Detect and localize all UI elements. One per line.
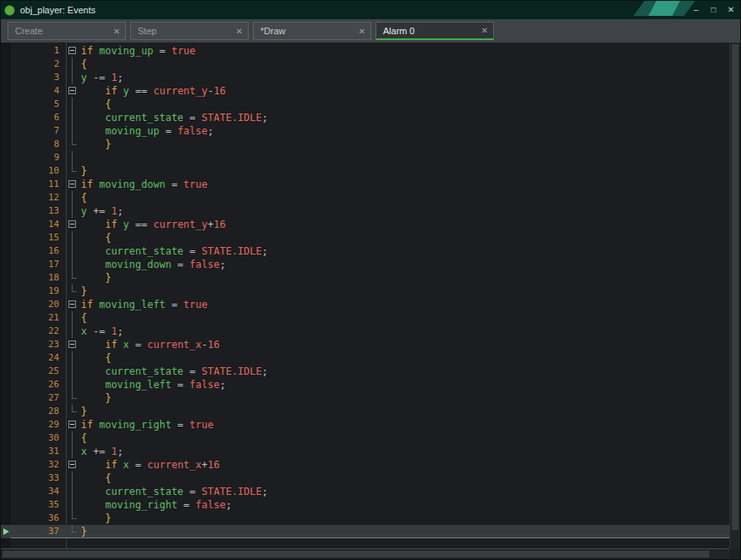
titlebar[interactable]: obj_player: Events – □ ✕: [1, 1, 740, 19]
code-line[interactable]: 7 moving_up = false;: [1, 124, 729, 138]
code-line[interactable]: 1if moving_up = true: [1, 44, 729, 58]
fold-toggle-icon[interactable]: [66, 84, 79, 98]
code-line[interactable]: 27 }: [1, 391, 729, 405]
code-line[interactable]: 18 }: [1, 271, 729, 285]
line-number[interactable]: 15: [11, 231, 66, 245]
code-text: }: [79, 285, 87, 298]
code-line[interactable]: 5 {: [1, 98, 729, 111]
code-line[interactable]: 16 current_state = STATE.IDLE;: [1, 245, 729, 258]
line-number[interactable]: 11: [11, 178, 66, 191]
code-line[interactable]: 22x -= 1;: [1, 325, 729, 338]
horizontal-scrollbar-thumb[interactable]: [3, 551, 709, 557]
code-line[interactable]: 35 moving_right = false;: [1, 498, 729, 512]
code-line[interactable]: 13y += 1;: [1, 204, 729, 218]
line-number[interactable]: 21: [11, 311, 66, 325]
tab-close-icon[interactable]: ✕: [359, 27, 365, 36]
tab-close-icon[interactable]: ✕: [113, 27, 120, 36]
code-line[interactable]: 6 current_state = STATE.IDLE;: [1, 111, 729, 124]
line-number[interactable]: 35: [11, 498, 66, 512]
line-number[interactable]: 34: [11, 485, 66, 498]
line-number[interactable]: 26: [11, 378, 66, 391]
line-number[interactable]: 5: [11, 98, 66, 111]
line-number[interactable]: 19: [11, 285, 66, 298]
code-editor[interactable]: 1if moving_up = true2{3y -= 1;4 if y == …: [1, 43, 740, 559]
code-line[interactable]: 9: [1, 151, 729, 164]
code-line[interactable]: 17 moving_down = false;: [1, 258, 729, 271]
line-number[interactable]: 27: [11, 391, 66, 405]
code-line[interactable]: 21{: [1, 311, 729, 325]
horizontal-scrollbar[interactable]: [1, 548, 729, 559]
code-line[interactable]: 25 current_state = STATE.IDLE;: [1, 365, 729, 378]
code-line[interactable]: 3y -= 1;: [1, 71, 729, 84]
code-line[interactable]: 19}: [1, 285, 729, 298]
line-number[interactable]: 31: [11, 445, 66, 458]
line-number[interactable]: 28: [11, 405, 66, 418]
code-line[interactable]: 4 if y == current_y-16: [1, 84, 729, 98]
line-number[interactable]: 37: [11, 525, 66, 538]
line-number[interactable]: 22: [11, 325, 66, 338]
line-number[interactable]: 29: [11, 418, 66, 431]
line-number[interactable]: 16: [11, 245, 66, 258]
code-line[interactable]: 36 }: [1, 512, 729, 525]
code-line[interactable]: 30{: [1, 431, 729, 445]
fold-toggle-icon[interactable]: [66, 178, 79, 191]
code-line[interactable]: 26 moving_left = false;: [1, 378, 729, 391]
line-number[interactable]: 4: [11, 84, 66, 98]
fold-toggle-icon[interactable]: [66, 338, 79, 351]
code-line[interactable]: 20if moving_left = true: [1, 298, 729, 311]
tab-draw[interactable]: *Draw✕: [253, 22, 371, 40]
tab-close-icon[interactable]: ✕: [236, 27, 243, 36]
close-button-icon[interactable]: ✕: [725, 4, 737, 16]
line-number[interactable]: 30: [11, 431, 66, 445]
code-line[interactable]: 14 if y == current_y+16: [1, 218, 729, 231]
code-line[interactable]: 28}: [1, 405, 729, 418]
line-number[interactable]: 33: [11, 472, 66, 485]
line-number[interactable]: 17: [11, 258, 66, 271]
fold-toggle-icon[interactable]: [66, 458, 79, 472]
code-line[interactable]: 2{: [1, 58, 729, 71]
line-number[interactable]: 20: [11, 298, 66, 311]
minimize-button-icon[interactable]: –: [690, 4, 702, 16]
fold-toggle-icon[interactable]: [66, 298, 79, 311]
line-number[interactable]: 2: [11, 58, 66, 71]
code-line[interactable]: 32 if x = current_x+16: [1, 458, 729, 472]
code-line[interactable]: 33 {: [1, 472, 729, 485]
line-number[interactable]: 6: [11, 111, 66, 124]
line-number[interactable]: 25: [11, 365, 66, 378]
line-number[interactable]: 3: [11, 71, 66, 84]
code-line[interactable]: 8 }: [1, 138, 729, 151]
line-number[interactable]: 13: [11, 204, 66, 218]
line-number[interactable]: 1: [11, 44, 66, 58]
code-line[interactable]: 34 current_state = STATE.IDLE;: [1, 485, 729, 498]
line-number[interactable]: 18: [11, 271, 66, 285]
tab-create[interactable]: Create✕: [8, 22, 126, 40]
fold-toggle-icon[interactable]: [66, 418, 79, 431]
code-line[interactable]: 12{: [1, 191, 729, 204]
code-line[interactable]: 29if moving_right = true: [1, 418, 729, 431]
line-number[interactable]: 7: [11, 124, 66, 138]
tab-close-icon[interactable]: ✕: [481, 26, 488, 35]
line-number[interactable]: 12: [11, 191, 66, 204]
maximize-button-icon[interactable]: □: [708, 4, 719, 16]
code-line[interactable]: 31x += 1;: [1, 445, 729, 458]
line-number[interactable]: 10: [11, 164, 66, 178]
code-line[interactable]: 15 {: [1, 231, 729, 245]
fold-toggle-icon[interactable]: [66, 218, 79, 231]
fold-toggle-icon[interactable]: [66, 44, 79, 58]
line-number[interactable]: 36: [11, 512, 66, 525]
line-number[interactable]: 8: [11, 138, 66, 151]
line-number[interactable]: 14: [11, 218, 66, 231]
code-line[interactable]: 10}: [1, 164, 729, 178]
line-number[interactable]: 23: [11, 338, 66, 351]
line-number[interactable]: 32: [11, 458, 66, 472]
vertical-scrollbar[interactable]: [729, 43, 740, 548]
code-line[interactable]: 11if moving_down = true: [1, 178, 729, 191]
code-line[interactable]: 23 if x = current_x-16: [1, 338, 729, 351]
tab-alarm-0[interactable]: Alarm 0✕: [376, 22, 494, 40]
code-line[interactable]: 24 {: [1, 351, 729, 365]
tab-step[interactable]: Step✕: [130, 22, 249, 40]
line-number[interactable]: 24: [11, 351, 66, 365]
line-number[interactable]: 9: [11, 151, 66, 164]
vertical-scrollbar-thumb[interactable]: [732, 44, 738, 530]
code-line[interactable]: 37}: [1, 525, 729, 538]
